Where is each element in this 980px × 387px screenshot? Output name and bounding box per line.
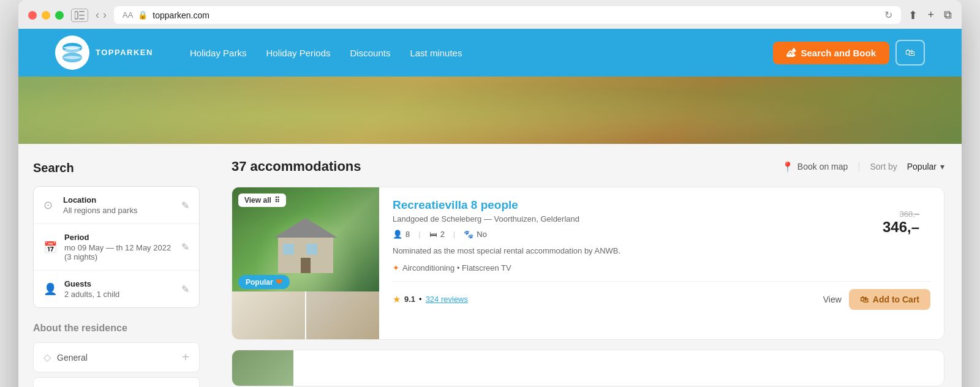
thumb-2[interactable]: [305, 291, 379, 339]
card-features: ✦ Airconditioning • Flatscreen TV: [393, 263, 883, 272]
house-window-left: [283, 244, 294, 255]
general-filter-expand-icon[interactable]: +: [182, 350, 189, 364]
spec-pets: 🐾 No: [464, 230, 487, 239]
tab-overview-button[interactable]: ⧉: [944, 9, 952, 22]
sort-chevron-icon: ▾: [940, 162, 944, 171]
logo-area[interactable]: TOPPARKEN: [55, 36, 153, 70]
general-filter-label: General: [57, 353, 182, 363]
house-window-right: [306, 244, 317, 255]
browser-actions: ⬆ + ⧉: [908, 9, 952, 22]
location-edit-icon[interactable]: ✎: [181, 200, 189, 211]
card-description: Nominated as the most special rental acc…: [393, 245, 883, 257]
view-all-badge[interactable]: View all ⠿: [238, 194, 286, 207]
filter-general[interactable]: ◇ General +: [33, 342, 200, 372]
logo-icon: [55, 36, 89, 70]
location-field[interactable]: ⊙ Location All regions and parks ✎: [34, 187, 199, 224]
rating-reviews[interactable]: 324 reviews: [426, 295, 468, 304]
period-field[interactable]: 📅 Period mo 09 May — th 12 May 2022 (3 n…: [34, 224, 199, 271]
results-header: 37 accommodations 📍 Book on map | Sort b…: [232, 159, 944, 175]
bedroom-icon: 🛏: [429, 230, 437, 239]
svg-rect-1: [79, 11, 85, 12]
font-size-control[interactable]: AA: [123, 10, 133, 20]
minimize-button[interactable]: [42, 11, 50, 20]
nav-last-minutes[interactable]: Last minutes: [410, 48, 462, 58]
view-button[interactable]: View: [823, 295, 842, 304]
sort-value: Popular: [907, 162, 937, 171]
card-specs: 👤 8 | 🛏 2 |: [393, 230, 883, 239]
residence-section-title: About the residence: [33, 323, 200, 334]
sidebar: Search ⊙ Location All regions and parks …: [18, 144, 214, 387]
period-content: Period mo 09 May — th 12 May 2022 (3 nig…: [64, 233, 174, 261]
share-button[interactable]: ⬆: [908, 9, 918, 22]
popular-badge: Popular ❤: [238, 275, 290, 289]
add-to-cart-button[interactable]: 🛍 Add to Cart: [849, 289, 930, 310]
sort-divider: |: [858, 161, 860, 172]
star-icon: ★: [393, 294, 401, 305]
filter-wellness[interactable]: ◇ Wellness +: [33, 377, 200, 387]
card-info: Recreatievilla 8 people Landgoed de Sche…: [393, 198, 883, 272]
card-thumbnails: [232, 291, 379, 339]
popular-label: Popular: [246, 278, 273, 287]
bedroom-count: 2: [440, 230, 445, 239]
card-images: View all ⠿ Popular ❤: [232, 187, 379, 339]
guests-field[interactable]: 👤 Guests 2 adults, 1 child ✎: [34, 271, 199, 307]
period-value: mo 09 May — th 12 May 2022 (3 nights): [64, 243, 174, 261]
guests-icon: 👤: [43, 282, 57, 296]
rating-score: 9.1: [404, 295, 415, 304]
period-edit-icon[interactable]: ✎: [181, 241, 189, 253]
cart-icon: 🛍: [905, 47, 915, 58]
back-button[interactable]: ‹: [96, 9, 99, 21]
nav-holiday-periods[interactable]: Holiday Periods: [266, 48, 330, 58]
house-door: [301, 258, 311, 273]
spacer: [901, 162, 903, 171]
book-on-map-label: Book on map: [797, 162, 848, 171]
general-filter-icon: ◇: [43, 351, 51, 363]
close-button[interactable]: [28, 11, 37, 20]
location-label: Location: [63, 195, 174, 205]
price-current: 346,–: [883, 219, 919, 236]
reload-button[interactable]: ↻: [884, 9, 892, 21]
sidebar-search-title: Search: [33, 161, 200, 175]
search-fields: ⊙ Location All regions and parks ✎ 📅 Per…: [33, 186, 200, 308]
main-content: Search ⊙ Location All regions and parks …: [18, 144, 962, 387]
guests-edit-icon[interactable]: ✎: [181, 284, 189, 295]
logo-text: TOPPARKEN: [96, 48, 153, 58]
cart-button[interactable]: 🛍: [895, 40, 925, 66]
guests-content: Guests 2 adults, 1 child: [64, 279, 174, 299]
period-label: Period: [64, 233, 174, 242]
spec-guests: 👤 8: [393, 230, 410, 239]
cart-btn-icon: 🛍: [860, 295, 869, 304]
features-icon: ✦: [393, 263, 399, 272]
book-on-map-button[interactable]: 📍 Book on map: [782, 161, 848, 173]
heart-icon: ❤: [276, 277, 282, 287]
browser-nav: ‹ ›: [96, 9, 107, 21]
pets-value: No: [477, 230, 487, 239]
rating-dot: •: [419, 295, 422, 304]
card-title[interactable]: Recreatievilla 8 people: [393, 198, 883, 212]
address-bar[interactable]: AA 🔒 topparken.com ↻: [114, 6, 901, 24]
forward-button[interactable]: ›: [103, 9, 107, 21]
add-cart-label: Add to Cart: [873, 295, 919, 304]
site-header: TOPPARKEN Holiday Parks Holiday Periods …: [18, 29, 962, 77]
results-count: 37 accommodations: [232, 159, 782, 175]
sidebar-toggle-button[interactable]: [71, 9, 88, 22]
new-tab-button[interactable]: +: [927, 9, 934, 22]
house-decoration: [274, 218, 337, 238]
guests-label: Guests: [64, 279, 174, 288]
guests-count: 8: [405, 230, 410, 239]
nav-holiday-parks[interactable]: Holiday Parks: [190, 48, 247, 58]
nav-menu: Holiday Parks Holiday Periods Discounts …: [190, 48, 774, 58]
fullscreen-button[interactable]: [55, 11, 64, 20]
location-value: All regions and parks: [63, 206, 174, 215]
thumb-1[interactable]: [232, 291, 305, 339]
sort-by-control[interactable]: Sort by Popular ▾: [870, 162, 944, 171]
rating: ★ 9.1 • 324 reviews: [393, 294, 468, 305]
results-area: 37 accommodations 📍 Book on map | Sort b…: [214, 144, 962, 387]
second-card-placeholder: [232, 350, 944, 386]
search-book-button[interactable]: 🏕 Search and Book: [773, 42, 889, 64]
spec-divider-2: |: [453, 230, 455, 239]
view-all-text: View all: [244, 196, 271, 205]
second-card-image: [232, 350, 293, 386]
nav-discounts[interactable]: Discounts: [350, 48, 391, 58]
location-content: Location All regions and parks: [63, 195, 174, 215]
